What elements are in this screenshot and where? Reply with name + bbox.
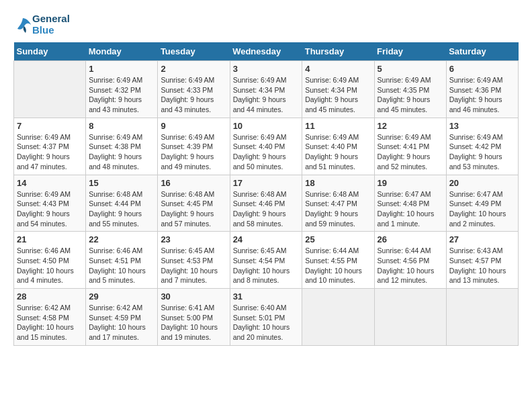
calendar-cell: 28Sunrise: 6:42 AM Sunset: 4:58 PM Dayli… bbox=[14, 289, 86, 346]
day-info: Sunrise: 6:47 AM Sunset: 4:48 PM Dayligh… bbox=[378, 189, 443, 229]
calendar-cell: 13Sunrise: 6:49 AM Sunset: 4:42 PM Dayli… bbox=[446, 118, 518, 175]
day-number: 11 bbox=[305, 121, 371, 131]
calendar-cell bbox=[14, 61, 86, 118]
calendar-cell: 2Sunrise: 6:49 AM Sunset: 4:33 PM Daylig… bbox=[158, 61, 230, 118]
calendar-week-row: 21Sunrise: 6:46 AM Sunset: 4:50 PM Dayli… bbox=[14, 232, 519, 289]
calendar-cell: 23Sunrise: 6:45 AM Sunset: 4:53 PM Dayli… bbox=[158, 232, 230, 289]
calendar-week-row: 7Sunrise: 6:49 AM Sunset: 4:37 PM Daylig… bbox=[14, 118, 519, 175]
day-info: Sunrise: 6:49 AM Sunset: 4:37 PM Dayligh… bbox=[17, 132, 83, 172]
calendar-cell: 21Sunrise: 6:46 AM Sunset: 4:50 PM Dayli… bbox=[14, 232, 86, 289]
day-number: 8 bbox=[89, 121, 154, 131]
day-number: 30 bbox=[161, 291, 226, 302]
weekday-header-thursday: Thursday bbox=[302, 42, 374, 61]
day-info: Sunrise: 6:49 AM Sunset: 4:36 PM Dayligh… bbox=[449, 75, 515, 115]
day-info: Sunrise: 6:46 AM Sunset: 4:50 PM Dayligh… bbox=[17, 246, 83, 285]
day-number: 16 bbox=[161, 178, 226, 188]
day-info: Sunrise: 6:44 AM Sunset: 4:56 PM Dayligh… bbox=[378, 246, 443, 285]
day-number: 29 bbox=[89, 291, 154, 302]
calendar-cell: 22Sunrise: 6:46 AM Sunset: 4:51 PM Dayli… bbox=[86, 232, 158, 289]
calendar-week-row: 14Sunrise: 6:49 AM Sunset: 4:43 PM Dayli… bbox=[14, 175, 519, 232]
day-number: 2 bbox=[161, 64, 226, 74]
calendar-cell: 7Sunrise: 6:49 AM Sunset: 4:37 PM Daylig… bbox=[14, 118, 86, 175]
calendar-cell: 29Sunrise: 6:42 AM Sunset: 4:59 PM Dayli… bbox=[86, 289, 158, 346]
weekday-header-wednesday: Wednesday bbox=[230, 42, 302, 61]
day-info: Sunrise: 6:49 AM Sunset: 4:40 PM Dayligh… bbox=[305, 132, 371, 172]
day-info: Sunrise: 6:49 AM Sunset: 4:35 PM Dayligh… bbox=[378, 75, 443, 115]
calendar-cell: 20Sunrise: 6:47 AM Sunset: 4:49 PM Dayli… bbox=[446, 175, 518, 232]
calendar-cell: 4Sunrise: 6:49 AM Sunset: 4:34 PM Daylig… bbox=[302, 61, 374, 118]
calendar-cell: 3Sunrise: 6:49 AM Sunset: 4:34 PM Daylig… bbox=[230, 61, 302, 118]
calendar-cell: 9Sunrise: 6:49 AM Sunset: 4:39 PM Daylig… bbox=[158, 118, 230, 175]
day-info: Sunrise: 6:49 AM Sunset: 4:39 PM Dayligh… bbox=[161, 132, 226, 172]
calendar-cell: 27Sunrise: 6:43 AM Sunset: 4:57 PM Dayli… bbox=[446, 232, 518, 289]
day-info: Sunrise: 6:40 AM Sunset: 5:01 PM Dayligh… bbox=[233, 303, 300, 342]
calendar-cell: 17Sunrise: 6:48 AM Sunset: 4:46 PM Dayli… bbox=[230, 175, 302, 232]
day-info: Sunrise: 6:48 AM Sunset: 4:45 PM Dayligh… bbox=[161, 189, 226, 229]
day-info: Sunrise: 6:49 AM Sunset: 4:34 PM Dayligh… bbox=[305, 75, 371, 115]
day-number: 24 bbox=[233, 234, 300, 244]
calendar-cell: 11Sunrise: 6:49 AM Sunset: 4:40 PM Dayli… bbox=[302, 118, 374, 175]
day-number: 23 bbox=[161, 234, 226, 244]
weekday-header-tuesday: Tuesday bbox=[158, 42, 230, 61]
day-info: Sunrise: 6:49 AM Sunset: 4:42 PM Dayligh… bbox=[449, 132, 515, 172]
day-number: 25 bbox=[305, 234, 371, 244]
day-number: 6 bbox=[449, 64, 515, 74]
day-number: 14 bbox=[17, 178, 83, 188]
calendar-cell: 5Sunrise: 6:49 AM Sunset: 4:35 PM Daylig… bbox=[374, 61, 446, 118]
calendar-cell: 25Sunrise: 6:44 AM Sunset: 4:55 PM Dayli… bbox=[302, 232, 374, 289]
calendar-cell bbox=[302, 289, 374, 346]
day-info: Sunrise: 6:46 AM Sunset: 4:51 PM Dayligh… bbox=[89, 246, 154, 285]
calendar-table: SundayMondayTuesdayWednesdayThursdayFrid… bbox=[13, 42, 519, 346]
weekday-header-friday: Friday bbox=[374, 42, 446, 61]
day-info: Sunrise: 6:48 AM Sunset: 4:46 PM Dayligh… bbox=[233, 189, 300, 229]
day-info: Sunrise: 6:43 AM Sunset: 4:57 PM Dayligh… bbox=[449, 246, 515, 285]
day-number: 22 bbox=[89, 234, 154, 244]
day-info: Sunrise: 6:48 AM Sunset: 4:44 PM Dayligh… bbox=[89, 189, 154, 229]
day-info: Sunrise: 6:41 AM Sunset: 5:00 PM Dayligh… bbox=[161, 303, 226, 342]
day-info: Sunrise: 6:49 AM Sunset: 4:40 PM Dayligh… bbox=[233, 132, 300, 172]
day-info: Sunrise: 6:49 AM Sunset: 4:34 PM Dayligh… bbox=[233, 75, 300, 115]
day-info: Sunrise: 6:47 AM Sunset: 4:49 PM Dayligh… bbox=[449, 189, 515, 229]
day-info: Sunrise: 6:45 AM Sunset: 4:54 PM Dayligh… bbox=[233, 246, 300, 285]
weekday-header-sunday: Sunday bbox=[14, 42, 86, 61]
day-number: 10 bbox=[233, 121, 300, 131]
day-number: 27 bbox=[449, 234, 515, 244]
day-info: Sunrise: 6:45 AM Sunset: 4:53 PM Dayligh… bbox=[161, 246, 226, 285]
calendar-cell: 14Sunrise: 6:49 AM Sunset: 4:43 PM Dayli… bbox=[14, 175, 86, 232]
calendar-week-row: 28Sunrise: 6:42 AM Sunset: 4:58 PM Dayli… bbox=[14, 289, 519, 346]
calendar-cell: 8Sunrise: 6:49 AM Sunset: 4:38 PM Daylig… bbox=[86, 118, 158, 175]
day-number: 9 bbox=[161, 121, 226, 131]
calendar-cell: 30Sunrise: 6:41 AM Sunset: 5:00 PM Dayli… bbox=[158, 289, 230, 346]
day-info: Sunrise: 6:42 AM Sunset: 4:58 PM Dayligh… bbox=[17, 303, 83, 342]
day-info: Sunrise: 6:44 AM Sunset: 4:55 PM Dayligh… bbox=[305, 246, 371, 285]
logo-text-general: General bbox=[32, 13, 70, 25]
calendar-cell: 24Sunrise: 6:45 AM Sunset: 4:54 PM Dayli… bbox=[230, 232, 302, 289]
calendar-cell bbox=[374, 289, 446, 346]
day-number: 20 bbox=[449, 178, 515, 188]
day-number: 18 bbox=[305, 178, 371, 188]
day-number: 21 bbox=[17, 234, 83, 244]
day-number: 17 bbox=[233, 178, 300, 188]
page-header: General Blue bbox=[13, 13, 519, 36]
day-number: 4 bbox=[305, 64, 371, 74]
weekday-header-row: SundayMondayTuesdayWednesdayThursdayFrid… bbox=[14, 42, 519, 61]
calendar-cell: 18Sunrise: 6:48 AM Sunset: 4:47 PM Dayli… bbox=[302, 175, 374, 232]
day-number: 15 bbox=[89, 178, 154, 188]
logo: General Blue bbox=[13, 13, 70, 36]
calendar-cell bbox=[446, 289, 518, 346]
day-number: 26 bbox=[378, 234, 443, 244]
day-number: 28 bbox=[17, 291, 83, 302]
day-number: 5 bbox=[378, 64, 443, 74]
day-info: Sunrise: 6:49 AM Sunset: 4:38 PM Dayligh… bbox=[89, 132, 154, 172]
day-number: 31 bbox=[233, 291, 300, 302]
calendar-cell: 16Sunrise: 6:48 AM Sunset: 4:45 PM Dayli… bbox=[158, 175, 230, 232]
logo-bird-icon bbox=[13, 15, 32, 34]
logo-text-blue: Blue bbox=[32, 25, 70, 36]
day-info: Sunrise: 6:49 AM Sunset: 4:41 PM Dayligh… bbox=[378, 132, 443, 172]
day-number: 1 bbox=[89, 64, 154, 74]
day-info: Sunrise: 6:42 AM Sunset: 4:59 PM Dayligh… bbox=[89, 303, 154, 342]
calendar-cell: 31Sunrise: 6:40 AM Sunset: 5:01 PM Dayli… bbox=[230, 289, 302, 346]
calendar-week-row: 1Sunrise: 6:49 AM Sunset: 4:32 PM Daylig… bbox=[14, 61, 519, 118]
day-number: 13 bbox=[449, 121, 515, 131]
calendar-cell: 10Sunrise: 6:49 AM Sunset: 4:40 PM Dayli… bbox=[230, 118, 302, 175]
